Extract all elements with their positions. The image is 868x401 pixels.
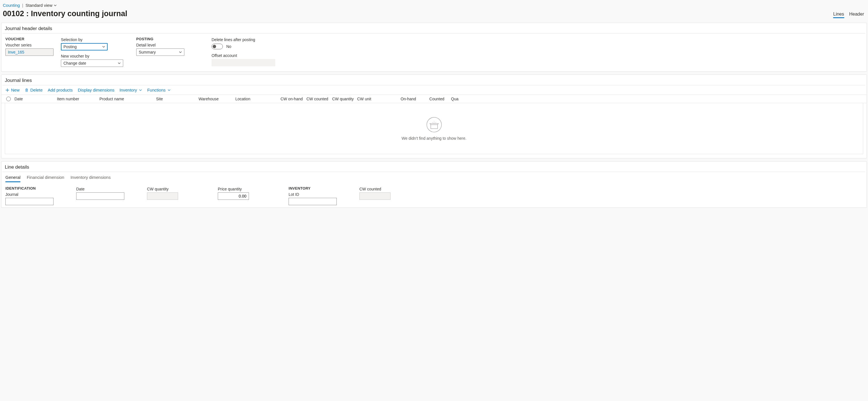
top-tabs: Lines Header: [833, 11, 864, 18]
col-location[interactable]: Location: [234, 97, 273, 101]
delete-button[interactable]: Delete: [25, 88, 42, 92]
journal-header-title: Journal header details: [1, 23, 867, 33]
detail-level-label: Detail level: [136, 43, 184, 47]
add-products-button[interactable]: Add products: [48, 88, 72, 92]
line-details-title: Line details: [1, 162, 867, 172]
tab-general[interactable]: General: [5, 175, 21, 182]
delete-lines-label: Delete lines after posting: [212, 37, 275, 42]
selection-by-label: Selection by: [61, 37, 123, 42]
voucher-series-field[interactable]: Inve_165: [5, 49, 54, 56]
date-label: Date: [76, 187, 124, 191]
chevron-down-icon: [139, 88, 142, 92]
selection-by-value: Posting: [61, 43, 107, 51]
tab-inventory-dimensions[interactable]: Inventory dimensions: [70, 175, 111, 182]
voucher-series-label: Voucher series: [5, 43, 54, 47]
breadcrumb-separator: |: [22, 3, 23, 8]
selection-by-select[interactable]: Posting: [61, 43, 107, 51]
delete-lines-toggle[interactable]: [212, 44, 223, 49]
detail-level-value: Summary: [136, 49, 184, 56]
new-voucher-by-label: New voucher by: [61, 54, 123, 58]
voucher-group-label: VOUCHER: [5, 37, 54, 41]
cw-quantity-label: CW quantity: [147, 187, 195, 191]
col-cw-quantity[interactable]: CW quantity: [330, 97, 355, 101]
posting-group-label: POSTING: [136, 37, 184, 41]
grid-header: Date Item number Product name Site Wareh…: [1, 95, 867, 103]
functions-menu[interactable]: Functions: [147, 88, 171, 92]
svg-point-7: [434, 122, 434, 123]
grid-empty-text: We didn't find anything to show here.: [402, 136, 466, 141]
page-title: 00102 : Inventory counting journal: [3, 9, 865, 18]
inventory-group-label: INVENTORY: [288, 186, 337, 191]
chevron-down-icon: [54, 4, 57, 7]
inventory-menu-label: Inventory: [120, 88, 137, 92]
col-product-name[interactable]: Product name: [98, 97, 154, 101]
col-date[interactable]: Date: [13, 97, 55, 101]
svg-point-2: [432, 122, 433, 123]
grid-empty-state: We didn't find anything to show here.: [5, 103, 863, 154]
lines-toolbar: New Delete Add products Display dimensio…: [1, 85, 867, 95]
cw-counted-field: [360, 193, 391, 200]
tab-lines[interactable]: Lines: [833, 11, 844, 18]
select-all-checkbox[interactable]: [4, 97, 13, 101]
cw-quantity-field: [147, 193, 178, 200]
journal-field[interactable]: [5, 198, 54, 205]
trash-icon: [25, 88, 29, 92]
col-quantity[interactable]: Qua: [446, 97, 460, 101]
lot-id-field[interactable]: [288, 198, 337, 205]
breadcrumb-link-counting[interactable]: Counting: [3, 3, 20, 8]
col-onhand[interactable]: On-hand: [384, 97, 418, 101]
svg-point-6: [435, 123, 435, 123]
display-dimensions-button[interactable]: Display dimensions: [78, 88, 115, 92]
chevron-down-icon: [167, 88, 171, 92]
functions-menu-label: Functions: [147, 88, 166, 92]
tab-financial-dimension[interactable]: Financial dimension: [27, 175, 64, 182]
offset-account-label: Offset account: [212, 53, 275, 58]
line-details-tabs: General Financial dimension Inventory di…: [1, 172, 867, 182]
svg-rect-1: [431, 125, 438, 128]
col-cw-unit[interactable]: CW unit: [355, 97, 384, 101]
empty-box-icon: [426, 117, 442, 133]
price-quantity-field[interactable]: [218, 193, 249, 200]
date-field[interactable]: [76, 193, 124, 200]
new-voucher-by-value: Change date: [61, 59, 123, 67]
cw-counted-label: CW counted: [360, 187, 407, 191]
col-site[interactable]: Site: [154, 97, 197, 101]
lot-id-label: Lot ID: [288, 192, 337, 197]
svg-point-3: [434, 121, 434, 121]
delete-button-label: Delete: [30, 88, 42, 92]
tab-header[interactable]: Header: [849, 11, 864, 18]
breadcrumb: Counting | Standard view: [3, 3, 865, 8]
inventory-menu[interactable]: Inventory: [120, 88, 142, 92]
svg-point-4: [436, 122, 436, 123]
view-selector[interactable]: Standard view: [26, 3, 57, 8]
col-warehouse[interactable]: Warehouse: [197, 97, 234, 101]
line-details-panel: Line details General Financial dimension…: [1, 161, 867, 208]
col-counted[interactable]: Counted: [418, 97, 446, 101]
col-item-number[interactable]: Item number: [55, 97, 98, 101]
detail-level-select[interactable]: Summary: [136, 49, 184, 56]
offset-account-field[interactable]: [212, 59, 275, 66]
new-button[interactable]: New: [5, 88, 20, 92]
plus-icon: [5, 88, 9, 92]
identification-group-label: IDENTIFICATION: [5, 186, 54, 191]
journal-header-panel: Journal header details VOUCHER Voucher s…: [1, 23, 867, 72]
new-button-label: New: [11, 88, 20, 92]
new-voucher-by-select[interactable]: Change date: [61, 59, 123, 67]
journal-lines-panel: Journal lines New Delete Add products Di…: [1, 75, 867, 159]
journal-lines-title: Journal lines: [1, 75, 867, 85]
svg-point-5: [433, 123, 434, 123]
delete-lines-value: No: [226, 44, 231, 49]
col-cw-onhand[interactable]: CW on-hand: [273, 97, 304, 101]
view-selector-label: Standard view: [26, 3, 52, 8]
journal-label: Journal: [5, 192, 54, 197]
price-quantity-label: Price quantity: [218, 187, 266, 191]
col-cw-counted[interactable]: CW counted: [304, 97, 330, 101]
